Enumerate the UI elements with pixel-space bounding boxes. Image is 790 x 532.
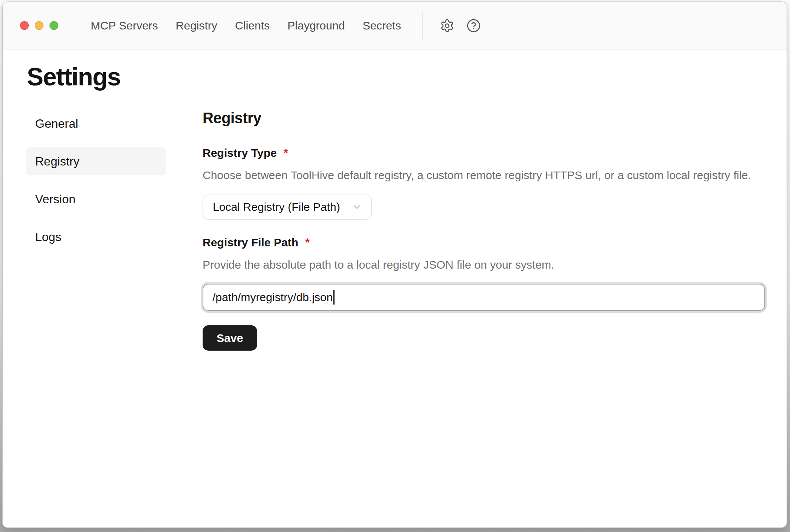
main-nav: MCP Servers Registry Clients Playground … bbox=[91, 20, 401, 31]
titlebar-icons bbox=[440, 19, 481, 33]
titlebar: MCP Servers Registry Clients Playground … bbox=[3, 2, 787, 49]
registry-type-selected-value: Local Registry (File Path) bbox=[213, 201, 340, 213]
app-window: MCP Servers Registry Clients Playground … bbox=[2, 2, 787, 528]
sidebar-item-version[interactable]: Version bbox=[26, 185, 166, 213]
sidebar-item-label: Logs bbox=[35, 230, 61, 244]
settings-page: Settings General Registry Version Logs bbox=[3, 64, 787, 351]
sidebar-item-label: Registry bbox=[35, 155, 79, 169]
close-window-button[interactable] bbox=[20, 21, 29, 30]
section-heading: Registry bbox=[203, 110, 765, 125]
window-controls bbox=[20, 21, 58, 30]
registry-file-path-label: Registry File Path bbox=[203, 237, 298, 248]
registry-type-select[interactable]: Local Registry (File Path) bbox=[203, 195, 372, 220]
registry-settings-panel: Registry Registry Type * Choose between … bbox=[203, 110, 765, 351]
nav-item-clients[interactable]: Clients bbox=[235, 20, 270, 31]
titlebar-divider bbox=[422, 12, 423, 40]
chevron-down-icon bbox=[352, 202, 362, 212]
registry-file-path-value: /path/myregistry/db.json bbox=[212, 291, 333, 304]
sidebar-item-label: General bbox=[35, 117, 78, 131]
page-title: Settings bbox=[27, 64, 765, 90]
required-asterisk: * bbox=[305, 237, 310, 248]
settings-sidebar: General Registry Version Logs bbox=[26, 110, 166, 261]
help-icon[interactable] bbox=[466, 19, 481, 33]
nav-item-playground[interactable]: Playground bbox=[288, 20, 345, 31]
minimize-window-button[interactable] bbox=[35, 21, 43, 30]
nav-item-secrets[interactable]: Secrets bbox=[362, 20, 401, 31]
sidebar-item-label: Version bbox=[35, 192, 76, 206]
registry-file-path-input[interactable]: /path/myregistry/db.json bbox=[203, 284, 765, 311]
save-button[interactable]: Save bbox=[203, 325, 257, 351]
sidebar-item-logs[interactable]: Logs bbox=[26, 223, 166, 251]
text-cursor bbox=[333, 290, 335, 305]
registry-type-label: Registry Type bbox=[203, 147, 277, 159]
registry-file-path-field: Registry File Path * Provide the absolut… bbox=[203, 237, 765, 311]
nav-item-registry[interactable]: Registry bbox=[176, 20, 217, 31]
sidebar-item-registry[interactable]: Registry bbox=[26, 147, 166, 175]
nav-item-mcp-servers[interactable]: MCP Servers bbox=[91, 20, 158, 31]
sidebar-item-general[interactable]: General bbox=[26, 110, 166, 138]
registry-type-description: Choose between ToolHive default registry… bbox=[203, 168, 765, 183]
zoom-window-button[interactable] bbox=[50, 21, 58, 30]
registry-type-field: Registry Type * Choose between ToolHive … bbox=[203, 147, 765, 220]
settings-gear-icon[interactable] bbox=[440, 19, 454, 33]
registry-file-path-description: Provide the absolute path to a local reg… bbox=[203, 257, 765, 273]
required-asterisk: * bbox=[283, 147, 288, 158]
